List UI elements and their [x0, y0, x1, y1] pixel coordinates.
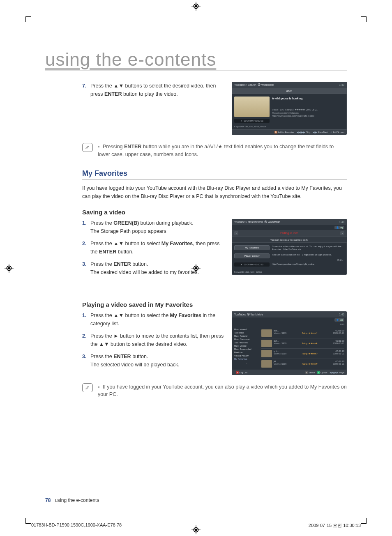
arrow-right-icon: ►: [113, 333, 118, 339]
note-text: Pressing ENTER button while you are in t…: [98, 144, 334, 157]
arrow-up-down-icon: ▲▼: [113, 313, 124, 318]
video-thumbnail: [261, 329, 272, 337]
bullet-icon: ▪: [98, 144, 99, 150]
video-list: abc...00:06:20Views : 5969Rating : ★★★★☆…: [261, 327, 347, 370]
crop-mark: [25, 518, 31, 524]
video-thumbnail: [261, 340, 272, 347]
play-step-1: 1. Press the ▲▼ button to select the My …: [82, 311, 225, 328]
list-item: def...00:06:20Views : 5969Rating : ★★★★★…: [261, 338, 344, 349]
playback-bar: ►00:00:00 / 00:00:23: [234, 262, 270, 267]
note-text: If you have logged in your YouTube accou…: [98, 384, 347, 398]
save-step-3: 3. Press the ENTER button.The desired vi…: [82, 260, 225, 276]
arrow-up-down-icon: ▲▼: [113, 241, 124, 246]
bullet-icon: ▪: [98, 384, 99, 390]
step-number: 7.: [82, 82, 90, 98]
arrow-up-down-icon: ▲▼: [99, 341, 109, 347]
arrow-right-icon: ›: [340, 231, 344, 235]
option-player-library: Player Library: [234, 253, 270, 258]
category-sidebar: Most viewed Top rated Most Popular Most …: [232, 327, 261, 370]
note-1: ▪ Pressing ENTER button while you are in…: [45, 143, 347, 159]
mock-footer: BAdd to Favorites ◀◀/▶▶ Skip ◀ ▶ Prev/Ne…: [232, 129, 347, 135]
chevron-down-icon: ⌄: [234, 361, 259, 364]
page-title: using the e-contents: [45, 49, 347, 71]
option-my-favorites: My Favorites: [234, 245, 270, 250]
step-7: 7. Press the ▲▼ buttons to select the de…: [82, 82, 225, 98]
heading-saving-video: Saving a video: [82, 209, 347, 216]
save-step-1: 1. Press the GREEN(B) button during play…: [82, 219, 225, 235]
page-footer: 78_ using the e-contents: [45, 497, 99, 503]
play-step-2: 2. Press the ► button to move to the con…: [82, 332, 225, 348]
print-date: 2009-07-15 오전 10:30:13: [309, 522, 361, 529]
list-item: jkl...00:06:20Views : 5969Rating : ★★★★★…: [261, 359, 344, 369]
crop-mark: [361, 518, 367, 524]
keywords-label: Keywords: ab, abc, abcd, abcde: [232, 125, 347, 129]
video-thumbnail: [261, 360, 272, 368]
search-term: abcd: [232, 88, 347, 94]
content-area: using the e-contents 7. Press the ▲▼ but…: [45, 49, 347, 511]
print-meta: 01783H-BD-P1590,1590C,1600-XAA-E78 78 20…: [31, 522, 361, 529]
arrow-up-down-icon: ▲▼: [113, 83, 124, 89]
paragraph-my-favorites: If you have logged into your YouTube acc…: [82, 184, 347, 200]
registration-mark-icon: [191, 2, 201, 11]
play-step-3: 3. Press the ENTER button.The selected v…: [82, 352, 225, 369]
page: using the e-contents 7. Press the ▲▼ but…: [0, 0, 392, 536]
svg-point-9: [195, 529, 197, 531]
video-thumbnail: [261, 350, 272, 357]
svg-point-14: [8, 267, 10, 269]
save-step-2: 2. Press the ▲▼ button to select My Favo…: [82, 239, 225, 256]
print-file: 01783H-BD-P1590,1590C,1600-XAA-E78 78: [31, 522, 122, 529]
heading-playing-video: Playing a video saved in My Favorites: [82, 301, 347, 308]
crop-mark: [361, 16, 367, 22]
video-title: A wild goose is honking.: [272, 97, 344, 100]
list-item: abc...00:06:20Views : 5969Rating : ★★★★☆…: [261, 328, 344, 338]
page-number: 78: [45, 497, 51, 503]
playback-bar: ►00:00:00 / 00:00:23: [234, 119, 270, 123]
crop-mark: [25, 16, 31, 22]
video-thumbnail: [234, 97, 270, 117]
heading-my-favorites: My Favorites: [82, 169, 347, 180]
now-playing-title: Falling in love: [240, 232, 339, 235]
note-icon: [82, 143, 93, 152]
note-icon: [82, 383, 93, 392]
list-item: ghi...00:06:20Views : 5969Rating : ★★★★☆…: [261, 349, 344, 359]
step-7-block: 7. Press the ▲▼ buttons to select the de…: [45, 82, 347, 135]
screenshot-favorites-list: YouTube / ⦿ Worldwide 1:40 👤 bkj 1/25 Mo…: [232, 311, 347, 375]
note-2: ▪ If you have logged in your YouTube acc…: [82, 383, 347, 399]
screenshot-search-result: YouTube > Search ⦿ Worldwide 1:40 abcd ►…: [232, 82, 347, 135]
step-text: Press the ▲▼ buttons to select the desir…: [90, 82, 225, 98]
screenshot-storage-path: YouTube > Most viewed ⦿ Worldwide 1:40 👤…: [232, 219, 347, 275]
svg-point-4: [195, 5, 197, 7]
user-chip: 👤 bkj: [334, 226, 344, 229]
arrow-left-icon: ‹: [234, 231, 238, 235]
popup-title: You can select a file storage path.: [232, 237, 347, 243]
registration-mark-icon: [5, 264, 14, 273]
